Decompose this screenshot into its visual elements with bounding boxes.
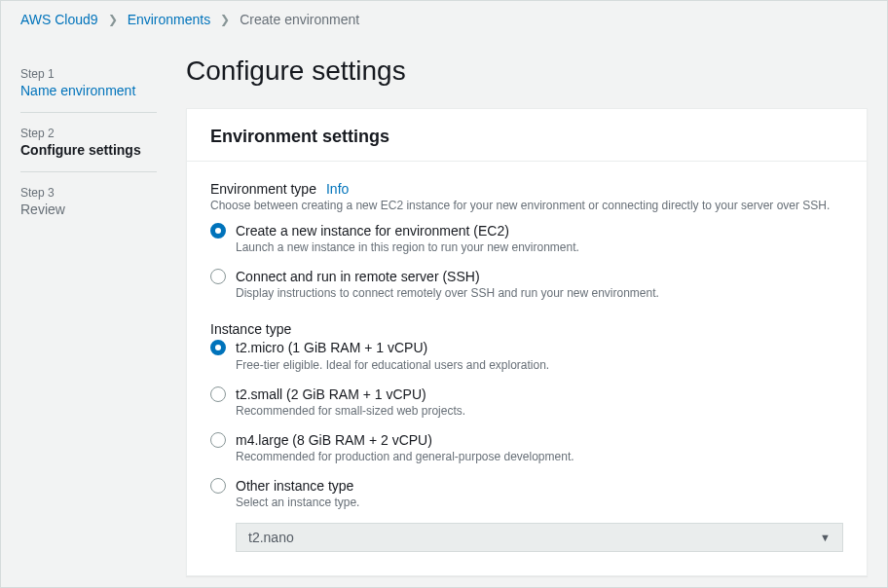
panel-header: Environment settings	[187, 109, 867, 162]
radio-icon[interactable]	[210, 386, 226, 402]
radio-option-ssh[interactable]: Connect and run in remote server (SSH) D…	[210, 268, 843, 300]
radio-icon[interactable]	[210, 269, 226, 284]
breadcrumb-aws-cloud9[interactable]: AWS Cloud9	[20, 12, 98, 27]
env-type-label: Environment type	[210, 181, 316, 197]
wizard-steps-sidebar: Step 1 Name environment Step 2 Configure…	[20, 38, 157, 576]
step-title: Review	[20, 202, 157, 217]
radio-option-ec2[interactable]: Create a new instance for environment (E…	[210, 222, 843, 254]
breadcrumb-environments[interactable]: Environments	[128, 12, 211, 27]
environment-settings-panel: Environment settings Environment type In…	[186, 108, 868, 576]
panel-title: Environment settings	[210, 127, 843, 147]
radio-icon[interactable]	[210, 432, 226, 448]
step-label: Step 3	[20, 186, 157, 200]
breadcrumb: AWS Cloud9 ❯ Environments ❯ Create envir…	[1, 1, 887, 38]
radio-title: t2.small (2 GiB RAM + 1 vCPU)	[236, 386, 843, 403]
instance-type-label: Instance type	[210, 321, 291, 337]
page-title: Configure settings	[186, 55, 868, 87]
other-instance-select[interactable]: t2.nano ▼	[236, 523, 843, 552]
info-link[interactable]: Info	[326, 181, 349, 197]
wizard-step-3: Step 3 Review	[20, 186, 157, 231]
step-title: Configure settings	[20, 142, 157, 158]
step-title: Name environment	[20, 83, 157, 98]
radio-title: Create a new instance for environment (E…	[236, 222, 843, 239]
radio-description: Recommended for production and general-p…	[236, 450, 843, 463]
radio-icon[interactable]	[210, 223, 226, 239]
wizard-step-2: Step 2 Configure settings	[20, 127, 157, 172]
caret-down-icon: ▼	[820, 532, 831, 543]
instance-type-group: Instance type t2.micro (1 GiB RAM + 1 vC…	[210, 321, 843, 552]
select-value: t2.nano	[248, 530, 294, 545]
radio-description: Launch a new instance in this region to …	[236, 240, 843, 254]
radio-icon[interactable]	[210, 340, 226, 355]
environment-type-group: Environment type Info Choose between cre…	[210, 181, 843, 300]
env-type-description: Choose between creating a new EC2 instan…	[210, 199, 843, 212]
radio-option-t2micro[interactable]: t2.micro (1 GiB RAM + 1 vCPU) Free-tier …	[210, 339, 843, 371]
step-label: Step 1	[20, 67, 157, 81]
radio-option-other[interactable]: Other instance type Select an instance t…	[210, 477, 843, 509]
radio-option-m4large[interactable]: m4.large (8 GiB RAM + 2 vCPU) Recommende…	[210, 431, 843, 463]
radio-description: Display instructions to connect remotely…	[236, 286, 843, 300]
chevron-right-icon: ❯	[220, 13, 230, 26]
radio-icon[interactable]	[210, 478, 226, 494]
radio-description: Select an instance type.	[236, 496, 843, 509]
radio-option-t2small[interactable]: t2.small (2 GiB RAM + 1 vCPU) Recommende…	[210, 386, 843, 418]
breadcrumb-current: Create environment	[240, 12, 359, 27]
wizard-step-1[interactable]: Step 1 Name environment	[20, 67, 157, 113]
radio-title: Other instance type	[236, 477, 843, 495]
chevron-right-icon: ❯	[108, 13, 118, 26]
step-label: Step 2	[20, 127, 157, 140]
radio-title: Connect and run in remote server (SSH)	[236, 268, 843, 285]
radio-title: m4.large (8 GiB RAM + 2 vCPU)	[236, 431, 843, 449]
radio-description: Recommended for small-sized web projects…	[236, 404, 843, 418]
radio-description: Free-tier eligible. Ideal for educationa…	[236, 358, 843, 372]
radio-title: t2.micro (1 GiB RAM + 1 vCPU)	[236, 339, 843, 356]
